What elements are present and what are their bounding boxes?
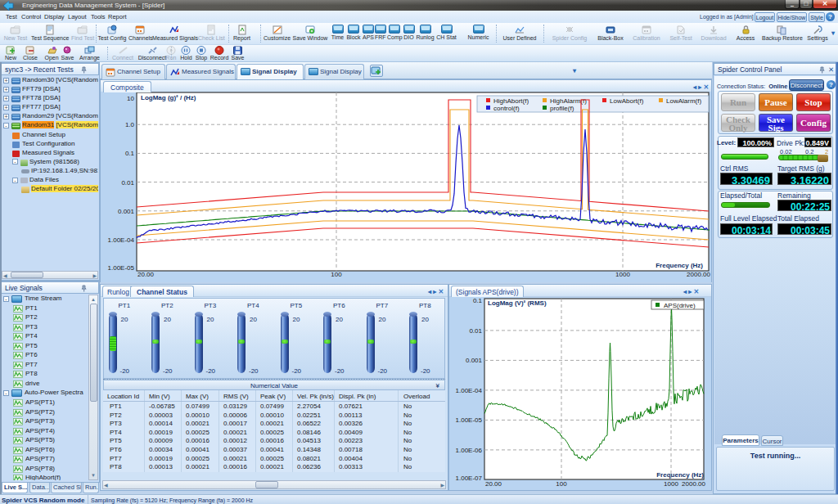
svg-text:0.01: 0.01: [121, 179, 134, 187]
svg-text:1.0: 1.0: [125, 121, 135, 128]
svg-text:LogMag (V)² (RMS): LogMag (V)² (RMS): [488, 299, 547, 307]
svg-text:0.1: 0.1: [473, 297, 483, 304]
svg-text:Frequency (Hz): Frequency (Hz): [656, 262, 703, 269]
svg-text:1.00E-06: 1.00E-06: [456, 447, 483, 454]
svg-text:0.1: 0.1: [125, 150, 135, 157]
svg-text:control(f): control(f): [493, 105, 520, 112]
svg-text:1000: 1000: [664, 480, 678, 488]
svg-text:1.00E-04: 1.00E-04: [108, 236, 135, 244]
svg-text:LogMag (g)² / (Hz): LogMag (g)² / (Hz): [141, 94, 196, 101]
svg-text:20.00: 20.00: [485, 480, 502, 488]
svg-text:HighAbort(f): HighAbort(f): [493, 97, 529, 105]
svg-text:1.00E-07: 1.00E-07: [456, 475, 483, 482]
svg-text:LowAlarm(f): LowAlarm(f): [666, 97, 701, 105]
svg-text:10: 10: [127, 95, 134, 102]
svg-text:1.00E-05: 1.00E-05: [108, 264, 135, 272]
svg-text:0.01: 0.01: [469, 327, 482, 335]
svg-text:1.00E-04: 1.00E-04: [456, 387, 483, 394]
svg-text:2000.00: 2000.00: [682, 480, 705, 488]
svg-text:APS(drive): APS(drive): [664, 302, 696, 309]
svg-text:100: 100: [331, 271, 342, 278]
svg-text:0.001: 0.001: [466, 357, 483, 364]
svg-text:Frequency (Hz): Frequency (Hz): [656, 471, 704, 479]
svg-text:profile(f): profile(f): [550, 105, 574, 112]
svg-text:LowAbort(f): LowAbort(f): [610, 97, 644, 105]
svg-text:20.00: 20.00: [137, 271, 155, 278]
svg-text:1.00E-05: 1.00E-05: [456, 416, 483, 424]
svg-text:2000.00: 2000.00: [687, 271, 710, 278]
svg-text:100: 100: [556, 480, 567, 488]
svg-text:0.001: 0.001: [118, 208, 135, 215]
svg-text:1000: 1000: [615, 271, 630, 278]
